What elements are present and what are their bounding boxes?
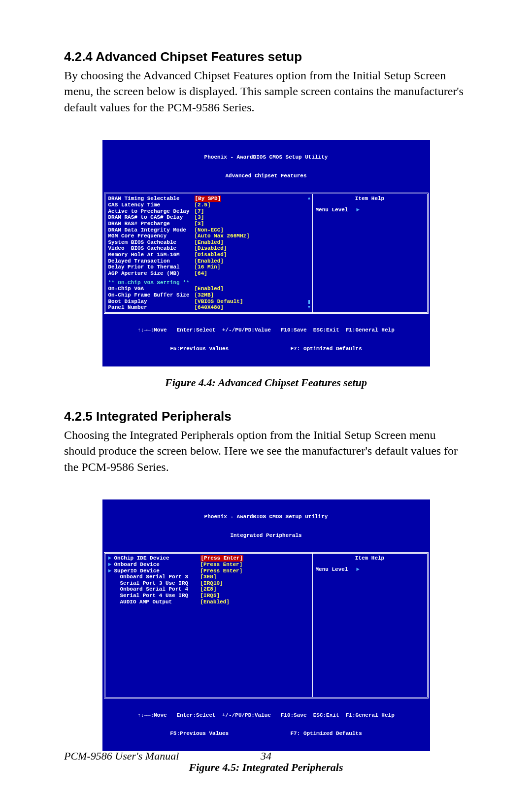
vga-row[interactable]: Panel Number[640X480] <box>108 304 305 311</box>
section-body-2: Choosing the Integrated Peripherals opti… <box>64 427 468 475</box>
setting-value[interactable]: [Press Enter] <box>200 568 243 574</box>
periph-row[interactable]: ►SuperIO Device[Press Enter] <box>108 568 305 574</box>
scroll-up-arrow-icon[interactable]: ▲ <box>308 196 310 201</box>
chipset-row[interactable]: DRAM RAS# to CAS# Delay[3] <box>108 214 305 221</box>
setting-value[interactable]: [16 Min] <box>195 264 221 270</box>
document-page: 4.2.4 Advanced Chipset Features setup By… <box>0 0 532 797</box>
chipset-row[interactable]: DRAM Timing Selectable[By SPD] <box>108 196 305 202</box>
setting-label: DRAM Timing Selectable <box>108 196 195 202</box>
chipset-row[interactable]: DRAM RAS# Precharge[3] <box>108 221 305 227</box>
setting-value[interactable]: [Non-ECC] <box>195 227 224 233</box>
setting-value[interactable]: [By SPD] <box>195 196 222 202</box>
setting-label: Serial Port 4 Use IRQ <box>114 593 200 599</box>
setting-value[interactable]: [640X480] <box>195 304 224 311</box>
setting-value[interactable]: [IRQ5] <box>200 593 220 599</box>
periph-row[interactable]: ►Onboard Device[Press Enter] <box>108 562 305 568</box>
bios-footer-line2: F5:Previous Values F7: Optimized Default… <box>102 731 430 737</box>
periph-row[interactable]: AUDIO AMP Output[Enabled] <box>108 599 305 605</box>
menu-level-label: Menu Level <box>316 566 348 572</box>
menu-level-arrow-icon: ► <box>356 566 360 572</box>
bios-title-line2: Integrated Peripherals <box>102 532 430 539</box>
bios-title-line1: Phoenix - AwardBIOS CMOS Setup Utility <box>102 514 430 520</box>
section-body-1: By choosing the Advanced Chipset Feature… <box>64 67 468 115</box>
setting-value[interactable]: [Enabled] <box>195 286 224 292</box>
setting-label: DRAM Data Integrity Mode <box>108 227 195 233</box>
setting-value[interactable]: [64] <box>195 270 207 277</box>
setting-value[interactable]: [Enabled] <box>195 258 224 265</box>
setting-value[interactable]: [VBIOS Default] <box>195 299 243 305</box>
setting-value[interactable]: [2.5] <box>195 202 211 208</box>
bios-scrollbar[interactable]: ▲ ▼ <box>307 196 311 310</box>
scroll-down-arrow-icon[interactable]: ▼ <box>308 305 310 310</box>
help-title: Item Help <box>316 196 424 202</box>
row-spacer <box>108 574 114 580</box>
chipset-row[interactable]: AGP Aperture Size (MB)[64] <box>108 270 305 277</box>
setting-label: SuperIO Device <box>114 568 200 574</box>
vga-row[interactable]: Boot Display[VBIOS Default] <box>108 299 305 305</box>
page-footer: PCM-9586 User's Manual 34 <box>64 750 468 763</box>
bios-footer-line1: ↑↓→←:Move Enter:Select +/-/PU/PD:Value F… <box>102 327 430 333</box>
setting-value[interactable]: [2E8] <box>200 586 217 593</box>
bios-frame: ►OnChip IDE Device[Press Enter]►Onboard … <box>104 552 429 698</box>
setting-value[interactable]: [IRQ10] <box>200 580 223 587</box>
setting-value[interactable]: [Enabled] <box>200 599 230 605</box>
periph-row[interactable]: ►OnChip IDE Device[Press Enter] <box>108 555 305 562</box>
periph-row[interactable]: Serial Port 3 Use IRQ[IRQ10] <box>108 580 305 587</box>
chipset-row[interactable]: DRAM Data Integrity Mode[Non-ECC] <box>108 227 305 233</box>
chipset-row[interactable]: Memory Hole At 15M-16M[Disabled] <box>108 252 305 258</box>
setting-label: Boot Display <box>108 299 195 305</box>
menu-level-arrow-icon: ► <box>356 207 360 213</box>
setting-label: DRAM RAS# Precharge <box>108 221 195 227</box>
setting-value[interactable]: [Disabled] <box>195 245 227 252</box>
section-heading-2: 4.2.5 Integrated Peripherals <box>64 409 468 424</box>
chipset-row[interactable]: MGM Core Frequency[Auto Max 266MHz] <box>108 233 305 239</box>
chipset-row[interactable]: Video BIOS Cacheable[Disabled] <box>108 245 305 252</box>
setting-label: On-Chip Frame Buffer Size <box>108 292 195 299</box>
setting-label: System BIOS Cacheable <box>108 239 195 246</box>
periph-row[interactable]: Onboard Serial Port 3[3E8] <box>108 574 305 580</box>
setting-label: DRAM RAS# to CAS# Delay <box>108 214 195 221</box>
submenu-arrow-icon: ► <box>108 562 114 568</box>
setting-value[interactable]: [Press Enter] <box>200 555 244 562</box>
row-spacer <box>108 593 114 599</box>
bios-footer-line1: ↑↓→←:Move Enter:Select +/-/PU/PD:Value F… <box>102 712 430 719</box>
setting-value[interactable]: [32MB] <box>195 292 214 299</box>
setting-value[interactable]: [Auto Max 266MHz] <box>195 233 250 239</box>
periph-row[interactable]: Serial Port 4 Use IRQ[IRQ5] <box>108 593 305 599</box>
menu-level-label: Menu Level <box>316 207 348 213</box>
menu-level: Menu Level ► <box>316 207 424 213</box>
bios-screenshot-advanced-chipset: Phoenix - AwardBIOS CMOS Setup Utility A… <box>102 140 430 366</box>
chipset-row[interactable]: Delayed Transaction[Enabled] <box>108 258 305 265</box>
setting-value[interactable]: [3] <box>195 221 204 227</box>
scroll-thumb[interactable] <box>308 300 310 304</box>
chipset-row[interactable]: Delay Prior to Thermal[16 Min] <box>108 264 305 270</box>
setting-value[interactable]: [7] <box>195 208 204 215</box>
bios-title: Phoenix - AwardBIOS CMOS Setup Utility A… <box>102 140 430 193</box>
bios-screenshot-integrated-peripherals: Phoenix - AwardBIOS CMOS Setup Utility I… <box>102 499 430 751</box>
setting-label: Onboard Serial Port 4 <box>114 586 200 593</box>
chipset-row[interactable]: CAS Latency Time[2.5] <box>108 202 305 208</box>
figure-caption-1: Figure 4.4: Advanced Chipset Features se… <box>64 376 468 389</box>
setting-value[interactable]: [3E8] <box>200 574 217 580</box>
setting-label: On-Chip VGA <box>108 286 195 292</box>
setting-label: Panel Number <box>108 304 195 311</box>
periph-row[interactable]: Onboard Serial Port 4[2E8] <box>108 586 305 593</box>
row-spacer <box>108 599 114 605</box>
setting-value[interactable]: [Press Enter] <box>200 562 243 568</box>
figure-caption-2: Figure 4.5: Integrated Peripherals <box>64 761 468 774</box>
setting-value[interactable]: [Disabled] <box>195 252 227 258</box>
setting-value[interactable]: [3] <box>195 214 204 221</box>
chipset-row[interactable]: System BIOS Cacheable[Enabled] <box>108 239 305 246</box>
setting-label: Active to Precharge Delay <box>108 208 195 215</box>
setting-label: Serial Port 3 Use IRQ <box>114 580 200 587</box>
bios-footer: ↑↓→←:Move Enter:Select +/-/PU/PD:Value F… <box>102 314 430 366</box>
manual-name: PCM-9586 User's Manual <box>64 750 179 762</box>
vga-row[interactable]: On-Chip VGA[Enabled] <box>108 286 305 292</box>
submenu-arrow-icon: ► <box>108 555 114 562</box>
vga-row[interactable]: On-Chip Frame Buffer Size[32MB] <box>108 292 305 299</box>
bios-footer-line2: F5:Previous Values F7: Optimized Default… <box>102 346 430 352</box>
setting-label: Memory Hole At 15M-16M <box>108 252 195 258</box>
bios-title-line2: Advanced Chipset Features <box>102 173 430 179</box>
chipset-row[interactable]: Active to Precharge Delay[7] <box>108 208 305 215</box>
setting-value[interactable]: [Enabled] <box>195 239 224 246</box>
